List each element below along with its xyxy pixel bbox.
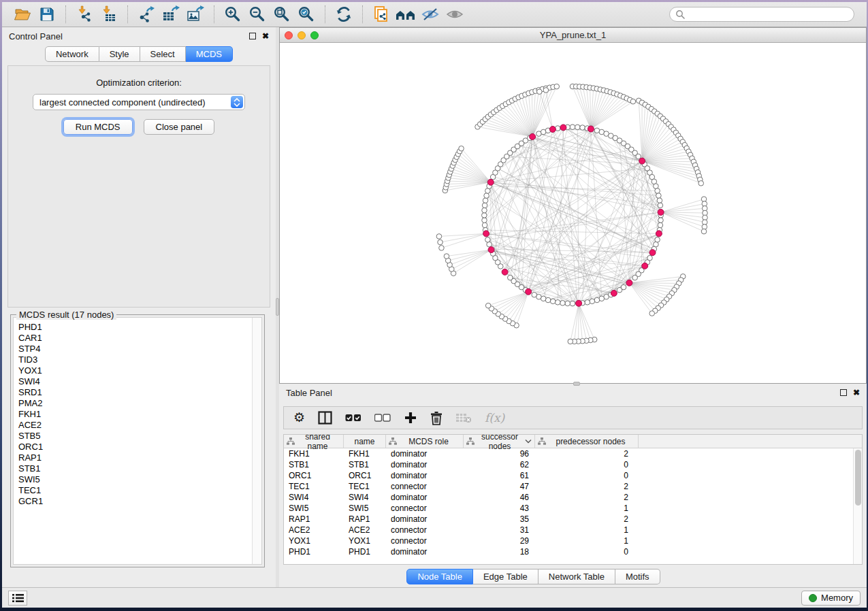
float-table-panel-icon[interactable] [840,389,847,396]
tab-style[interactable]: Style [99,46,140,62]
mcds-result-item[interactable]: TEC1 [18,485,252,496]
network-titlebar[interactable]: YPA_prune.txt_1 [280,28,866,43]
ring-node[interactable] [482,213,487,218]
leaf-node[interactable] [537,89,543,95]
ring-node[interactable] [482,203,487,208]
table-row[interactable]: ACE2ACE2connector311 [284,525,853,535]
mcds-hub-node[interactable] [656,231,662,237]
network-svg[interactable] [280,43,866,382]
tab-edge-table[interactable]: Edge Table [473,569,539,584]
tab-select[interactable]: Select [140,46,186,62]
leaf-node[interactable] [649,311,655,316]
mcds-result-item[interactable]: PHD1 [18,322,252,333]
ring-node[interactable] [570,125,575,130]
ring-node[interactable] [532,292,537,297]
save-icon[interactable] [35,4,59,24]
ring-node[interactable] [590,299,595,304]
mcds-hub-node[interactable] [639,158,645,164]
leaf-node[interactable] [568,339,573,344]
ring-node[interactable] [570,301,575,306]
ring-node[interactable] [657,198,662,203]
ring-node[interactable] [617,287,622,293]
task-history-button[interactable] [8,591,27,606]
ring-node[interactable] [484,193,489,199]
ring-node[interactable] [658,218,664,223]
table-row[interactable]: STB1STB1dominator620 [284,459,853,470]
mcds-result-item[interactable]: TID3 [18,354,252,365]
tab-motifs[interactable]: Motifs [615,569,660,584]
table-row[interactable]: ORC1ORC1dominator610 [284,470,853,481]
leaf-node[interactable] [439,246,445,251]
tab-network[interactable]: Network [45,46,99,62]
column-header-predecessor-nodes[interactable]: predecessor nodes [535,435,639,448]
import-network-icon[interactable] [72,4,97,24]
mcds-result-item[interactable]: ORC1 [18,442,252,452]
add-column-icon[interactable] [404,409,417,427]
column-header-name[interactable]: name [344,435,386,448]
mcds-result-item[interactable]: ACE2 [18,420,252,431]
mcds-list-scrollbar[interactable] [252,318,261,564]
mcds-hub-node[interactable] [642,263,648,269]
zoom-fit-icon[interactable] [270,4,294,24]
export-image-icon[interactable] [183,4,208,24]
ring-node[interactable] [482,208,487,213]
ring-node[interactable] [482,218,487,223]
leaf-node[interactable] [438,240,443,245]
mcds-result-item[interactable]: YOX1 [18,365,252,376]
mcds-hub-node[interactable] [483,231,489,237]
ring-node[interactable] [575,125,580,130]
show-all-icon[interactable] [443,4,467,24]
tab-network-table[interactable]: Network Table [539,569,615,584]
mcds-result-item[interactable]: RAP1 [18,452,252,463]
apply-layout-icon[interactable] [332,4,356,24]
optimization-select[interactable]: largest connected component (undirected) [33,94,245,110]
open-file-icon[interactable] [10,4,35,24]
search-field[interactable] [669,7,854,22]
table-row[interactable]: SWI5SWI5connector431 [284,503,853,514]
mcds-result-item[interactable]: FKH1 [18,409,252,420]
splitter-grip[interactable] [276,298,279,316]
table-scrollbar-thumb[interactable] [855,450,861,506]
ring-node[interactable] [482,222,487,228]
mcds-hub-node[interactable] [588,126,594,132]
mcds-hub-node[interactable] [560,125,566,131]
zoom-out-icon[interactable] [245,4,270,24]
mcds-hub-node[interactable] [576,300,582,306]
vertical-splitter[interactable] [276,27,279,587]
delete-column-icon[interactable] [430,409,443,427]
zoom-selected-icon[interactable] [294,4,319,24]
split-view-icon[interactable] [318,409,332,427]
table-settings-icon[interactable]: ⚙ [293,409,305,427]
ring-node[interactable] [656,193,662,199]
ring-node[interactable] [560,301,566,306]
leaf-node[interactable] [444,254,449,259]
leaf-node[interactable] [436,234,442,240]
select-all-icon[interactable] [345,409,361,427]
ring-node[interactable] [632,275,638,280]
ring-node[interactable] [658,222,663,228]
hide-selected-icon[interactable] [418,4,443,24]
export-table-icon[interactable] [159,4,183,24]
mcds-hub-node[interactable] [488,247,494,253]
ring-node[interactable] [580,125,585,131]
mcds-hub-node[interactable] [530,133,536,139]
leaf-node[interactable] [485,303,491,308]
mcds-result-item[interactable]: STP4 [18,344,252,354]
mcds-result-item[interactable]: SWI4 [18,376,252,387]
mcds-hub-node[interactable] [549,127,556,133]
mcds-hub-node[interactable] [649,250,656,256]
table-row[interactable]: PHD1PHD1dominator180 [284,546,853,557]
ring-node[interactable] [594,297,600,303]
mcds-result-item[interactable]: SWI5 [18,474,252,485]
tab-node-table[interactable]: Node Table [406,569,473,584]
close-panel-icon[interactable]: ✖ [262,33,269,39]
mcds-result-item[interactable]: CAR1 [18,333,252,344]
leaf-node[interactable] [701,229,707,234]
deselect-all-icon[interactable] [374,409,391,427]
column-header-shared-name[interactable]: shared name [284,435,344,448]
table-row[interactable]: TEC1TEC1connector472 [284,481,853,492]
table-row[interactable]: SWI4SWI4dominator462 [284,492,853,503]
mcds-hub-node[interactable] [526,288,532,295]
new-network-from-selection-icon[interactable] [369,4,393,24]
ring-node[interactable] [485,237,491,243]
